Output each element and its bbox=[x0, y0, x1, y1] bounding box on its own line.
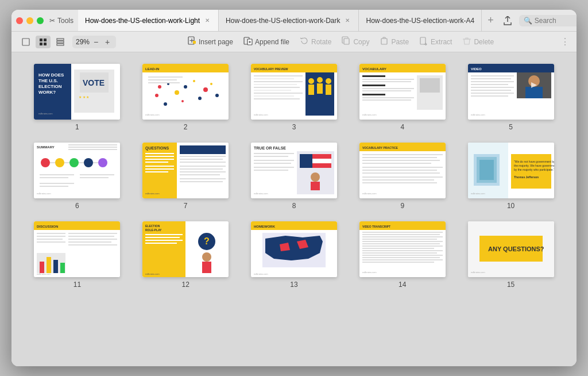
svg-rect-67 bbox=[254, 93, 303, 94]
tab-dark[interactable]: How-does-the-US-election-work-Dark ✕ bbox=[219, 10, 359, 31]
main-content[interactable]: HOW DOES THE U.S. ELECTION WORK? VOTE ★ … bbox=[11, 52, 577, 366]
svg-rect-169 bbox=[362, 170, 437, 171]
share-button[interactable] bbox=[500, 14, 516, 27]
svg-point-40 bbox=[193, 80, 195, 82]
add-tab-button[interactable]: + bbox=[482, 10, 500, 31]
page-thumb-14[interactable]: VIDEO TRANSCRIPT bbox=[359, 221, 446, 277]
svg-rect-120 bbox=[40, 183, 74, 184]
svg-rect-99 bbox=[471, 93, 514, 94]
page-thumb-3[interactable]: VOCABULARY PREVIEW bbox=[251, 64, 337, 120]
page-thumb-1[interactable]: HOW DOES THE U.S. ELECTION WORK? VOTE ★ … bbox=[34, 64, 120, 120]
copy-button[interactable]: Copy bbox=[342, 36, 369, 47]
svg-rect-201 bbox=[37, 239, 63, 240]
page-num-4: 4 bbox=[400, 123, 404, 131]
paste-label: Paste bbox=[391, 38, 409, 46]
svg-rect-196 bbox=[68, 239, 117, 240]
svg-rect-226 bbox=[362, 234, 440, 235]
toolbar-end-icon: ⋮ bbox=[560, 36, 570, 47]
page-thumb-11[interactable]: DISCUSSION bbox=[34, 221, 120, 277]
view-grid-icon[interactable] bbox=[36, 36, 51, 48]
view-list-icon[interactable] bbox=[53, 36, 68, 48]
extract-label: Extract bbox=[431, 38, 452, 46]
zoom-minus-button[interactable]: − bbox=[91, 37, 101, 47]
svg-rect-0 bbox=[22, 39, 29, 45]
page-thumb-15[interactable]: ANY QUESTIONS? eslbrains.com bbox=[468, 221, 554, 277]
svg-text:eslbrains.com: eslbrains.com bbox=[362, 113, 377, 116]
page-thumb-5[interactable]: VIDEO bbox=[468, 64, 554, 120]
tab-light-close[interactable]: ✕ bbox=[203, 17, 211, 25]
page-thumb-7[interactable]: QUESTIONS bbox=[142, 143, 229, 198]
page-thumb-8[interactable]: TRUE OR FALSE bbox=[251, 143, 337, 198]
page-num-3: 3 bbox=[292, 123, 296, 131]
tools-menu[interactable]: ✂ Tools bbox=[49, 17, 74, 25]
search-input[interactable] bbox=[535, 17, 577, 25]
svg-rect-56 bbox=[308, 85, 314, 95]
svg-rect-121 bbox=[40, 186, 68, 187]
delete-button[interactable]: Delete bbox=[462, 36, 494, 47]
svg-text:SUMMARY: SUMMARY bbox=[37, 145, 55, 149]
svg-text:ELECTION: ELECTION bbox=[145, 224, 160, 228]
page-item-13: HOMEWORK eslbrains.com 13 bbox=[246, 221, 343, 289]
svg-rect-61 bbox=[254, 75, 303, 76]
svg-point-38 bbox=[155, 94, 158, 97]
svg-rect-143 bbox=[180, 181, 223, 182]
page-thumb-2[interactable]: LEAD-IN bbox=[142, 64, 229, 120]
page-thumb-9[interactable]: VOCABULARY PRACTICE eslbrains.com bbox=[359, 143, 446, 198]
svg-rect-78 bbox=[362, 88, 414, 89]
svg-text:eslbrains.com: eslbrains.com bbox=[38, 112, 53, 115]
svg-rect-168 bbox=[362, 167, 443, 168]
svg-text:VIDEO: VIDEO bbox=[471, 67, 482, 71]
svg-rect-69 bbox=[254, 98, 300, 99]
tab-light[interactable]: How-does-the-US-election-work-Light ✕ bbox=[78, 10, 219, 31]
svg-rect-76 bbox=[362, 81, 411, 82]
svg-rect-232 bbox=[362, 248, 434, 249]
svg-rect-3 bbox=[40, 43, 42, 45]
tab-dark-close[interactable]: ✕ bbox=[343, 17, 351, 25]
tab-a4[interactable]: How-does-the-US-election-work-A4 bbox=[359, 10, 482, 31]
zoom-plus-button[interactable]: + bbox=[102, 37, 113, 47]
extract-button[interactable]: Extract bbox=[419, 36, 452, 47]
svg-rect-215 bbox=[202, 262, 211, 273]
svg-text:eslbrains.com: eslbrains.com bbox=[145, 273, 160, 275]
svg-rect-173 bbox=[362, 182, 437, 183]
svg-rect-74 bbox=[362, 75, 385, 77]
svg-rect-81 bbox=[362, 97, 414, 98]
svg-rect-77 bbox=[362, 85, 385, 86]
view-single-icon[interactable] bbox=[18, 36, 33, 48]
page-thumb-12[interactable]: ELECTION ROLE-PLAY ? eslbrains.com bbox=[142, 221, 229, 277]
svg-text:TRUE OR FALSE: TRUE OR FALSE bbox=[254, 146, 286, 150]
page-thumb-10[interactable]: "We do not have government by the majori… bbox=[468, 143, 554, 198]
svg-text:eslbrains.com: eslbrains.com bbox=[254, 113, 268, 116]
svg-rect-167 bbox=[362, 163, 431, 164]
titlebar: ✂ Tools How-does-the-US-election-work-Li… bbox=[11, 10, 577, 32]
svg-point-35 bbox=[158, 85, 161, 89]
minimize-button[interactable] bbox=[26, 17, 33, 24]
rotate-button[interactable]: Rotate bbox=[300, 36, 331, 47]
page-thumb-6[interactable]: SUMMARY bbox=[34, 143, 120, 198]
svg-rect-137 bbox=[180, 162, 226, 163]
svg-point-59 bbox=[326, 78, 331, 84]
svg-rect-117 bbox=[40, 177, 68, 178]
insert-page-label: Insert page bbox=[199, 38, 233, 46]
svg-rect-106 bbox=[68, 149, 117, 150]
insert-page-button[interactable]: Insert page bbox=[187, 36, 233, 47]
svg-rect-64 bbox=[254, 84, 297, 85]
page-thumb-13[interactable]: HOMEWORK eslbrains.com bbox=[251, 221, 337, 277]
close-button[interactable] bbox=[16, 17, 23, 24]
page-thumb-4[interactable]: VOCABULARY eslbrain bbox=[359, 64, 446, 120]
svg-rect-211 bbox=[145, 243, 177, 244]
svg-rect-47 bbox=[148, 76, 183, 78]
svg-rect-142 bbox=[180, 178, 226, 179]
svg-text:eslbrains.com: eslbrains.com bbox=[145, 192, 160, 195]
svg-rect-63 bbox=[254, 81, 303, 82]
append-file-button[interactable]: Append file bbox=[243, 36, 289, 47]
page-item-4: VOCABULARY eslbrain bbox=[354, 64, 451, 131]
svg-rect-180 bbox=[511, 154, 551, 189]
svg-rect-139 bbox=[180, 168, 223, 170]
toolbar-actions: Insert page Append file bbox=[121, 36, 560, 47]
maximize-button[interactable] bbox=[37, 17, 44, 24]
paste-button[interactable]: Paste bbox=[380, 36, 409, 47]
page-item-15: ANY QUESTIONS? eslbrains.com 15 bbox=[462, 221, 559, 289]
page-item-2: LEAD-IN bbox=[137, 64, 234, 131]
delete-icon bbox=[462, 36, 471, 47]
